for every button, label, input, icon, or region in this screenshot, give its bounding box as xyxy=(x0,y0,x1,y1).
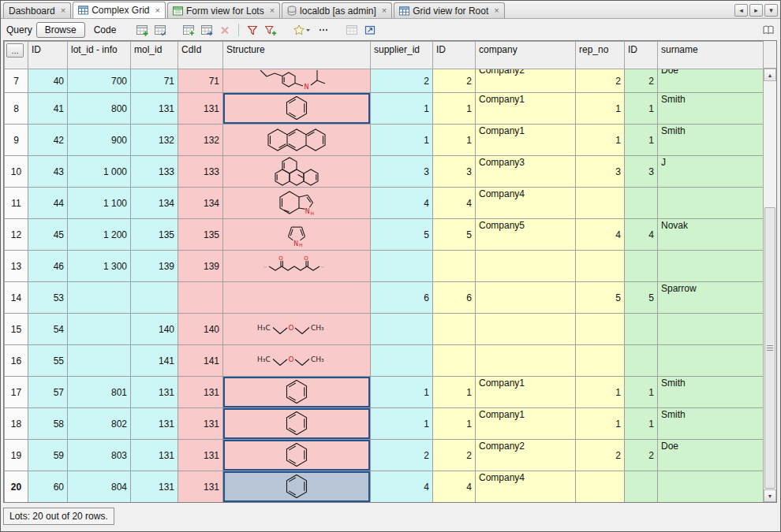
scrollbar-track[interactable] xyxy=(764,81,776,489)
cell-lot_id[interactable]: 1 100 xyxy=(68,188,131,219)
cell-company[interactable]: Company2 xyxy=(476,69,576,93)
cell-surname[interactable]: Smith xyxy=(658,408,764,440)
row-header[interactable]: 14 xyxy=(5,282,28,314)
cell-lot_id[interactable]: 1 300 xyxy=(68,251,131,282)
cell-surname[interactable]: Smith xyxy=(658,377,764,408)
tab-localdb-as-admin[interactable]: localdb [as admin]× xyxy=(282,2,392,18)
cell-surname[interactable] xyxy=(658,251,764,282)
cell-id3[interactable]: 3 xyxy=(625,156,658,188)
cell-rep_no[interactable] xyxy=(576,251,625,282)
cell-company[interactable]: Company1 xyxy=(476,93,576,125)
cell-id2[interactable]: 1 xyxy=(433,377,476,408)
cell-id1[interactable]: 54 xyxy=(28,314,68,345)
cell-structure[interactable] xyxy=(223,408,371,440)
cell-lot_id[interactable]: 1 200 xyxy=(68,219,131,251)
cell-rep_no[interactable]: 1 xyxy=(576,408,625,440)
corner-options-button[interactable]: ... xyxy=(6,43,24,58)
cell-id3[interactable]: 5 xyxy=(625,282,658,314)
cell-cdid[interactable] xyxy=(178,282,223,314)
cell-rep_no[interactable]: 3 xyxy=(576,156,625,188)
tab-list-button[interactable]: ▾ xyxy=(764,4,778,17)
move-rows-icon[interactable] xyxy=(199,22,215,38)
column-header-id3[interactable]: ID xyxy=(625,42,658,69)
row-header[interactable]: 8 xyxy=(5,93,28,125)
cell-surname[interactable]: Sparrow xyxy=(658,282,764,314)
cell-mol_id[interactable]: 131 xyxy=(131,471,178,503)
row-header[interactable]: 20 xyxy=(5,471,28,503)
cell-surname[interactable] xyxy=(658,471,764,503)
cell-supplier_id[interactable]: 1 xyxy=(371,377,433,408)
cell-surname[interactable]: Doe xyxy=(658,69,764,93)
cell-rep_no[interactable]: 1 xyxy=(576,125,625,156)
fit-to-screen-icon[interactable] xyxy=(362,22,378,38)
cell-rep_no[interactable] xyxy=(576,345,625,377)
cell-lot_id[interactable] xyxy=(68,314,131,345)
cell-id1[interactable]: 44 xyxy=(28,188,68,219)
cell-lot_id[interactable] xyxy=(68,345,131,377)
cell-cdid[interactable]: 131 xyxy=(178,471,223,503)
tab-complex-grid[interactable]: Complex Grid× xyxy=(73,2,166,18)
cell-cdid[interactable]: 140 xyxy=(178,314,223,345)
column-header-lot_id[interactable]: lot_id - info xyxy=(68,42,131,69)
cell-structure[interactable] xyxy=(223,282,371,314)
cell-structure[interactable] xyxy=(223,93,371,125)
column-header-structure[interactable]: Structure xyxy=(223,42,371,69)
cell-lot_id[interactable]: 1 000 xyxy=(68,156,131,188)
cell-id1[interactable]: 58 xyxy=(28,408,68,440)
cell-lot_id[interactable]: 800 xyxy=(68,93,131,125)
cell-mol_id[interactable]: 133 xyxy=(131,156,178,188)
cell-company[interactable]: Company3 xyxy=(476,156,576,188)
more-options-icon[interactable] xyxy=(316,22,331,38)
cell-id1[interactable]: 55 xyxy=(28,345,68,377)
cell-structure[interactable]: H₃COCH₃ xyxy=(223,314,371,345)
cell-id3[interactable] xyxy=(625,188,658,219)
cell-id2[interactable] xyxy=(433,314,476,345)
cell-rep_no[interactable]: 4 xyxy=(576,219,625,251)
cell-lot_id[interactable]: 801 xyxy=(68,377,131,408)
cell-company[interactable]: Company4 xyxy=(476,188,576,219)
cell-surname[interactable]: Smith xyxy=(658,93,764,125)
cell-structure[interactable] xyxy=(223,156,371,188)
cell-rep_no[interactable]: 5 xyxy=(576,282,625,314)
cell-structure[interactable] xyxy=(223,377,371,408)
grid-views-icon[interactable] xyxy=(152,22,168,38)
cell-rep_no[interactable]: 2 xyxy=(576,440,625,471)
cell-id1[interactable]: 46 xyxy=(28,251,68,282)
column-header-id1[interactable]: ID xyxy=(28,42,68,69)
cell-supplier_id[interactable]: 1 xyxy=(371,93,433,125)
tab-scroll-right-button[interactable]: ▸ xyxy=(749,4,763,17)
cell-mol_id[interactable]: 134 xyxy=(131,188,178,219)
cell-structure[interactable]: OO···· xyxy=(223,251,371,282)
row-header[interactable]: 12 xyxy=(5,219,28,251)
cell-id3[interactable]: 2 xyxy=(625,69,658,93)
cell-mol_id[interactable]: 131 xyxy=(131,377,178,408)
cell-surname[interactable] xyxy=(658,314,764,345)
browse-button[interactable]: Browse xyxy=(36,22,85,38)
cell-id2[interactable]: 1 xyxy=(433,408,476,440)
cell-mol_id[interactable]: 139 xyxy=(131,251,178,282)
cell-company[interactable]: Company1 xyxy=(476,377,576,408)
cell-id3[interactable]: 1 xyxy=(625,408,658,440)
cell-mol_id[interactable]: 141 xyxy=(131,345,178,377)
tab-close-icon[interactable]: × xyxy=(382,6,387,15)
cell-cdid[interactable]: 131 xyxy=(178,440,223,471)
cell-mol_id[interactable]: 140 xyxy=(131,314,178,345)
column-header-rep_no[interactable]: rep_no xyxy=(576,42,625,69)
cell-cdid[interactable]: 131 xyxy=(178,93,223,125)
cell-company[interactable] xyxy=(476,282,576,314)
row-header[interactable]: 7 xyxy=(5,69,28,93)
cell-company[interactable]: Company1 xyxy=(476,408,576,440)
tab-dashboard[interactable]: Dashboard× xyxy=(3,2,71,18)
cell-surname[interactable]: Smith xyxy=(658,125,764,156)
cell-cdid[interactable]: 131 xyxy=(178,408,223,440)
grid-compact-icon[interactable] xyxy=(344,22,360,38)
cell-company[interactable]: Company5 xyxy=(476,219,576,251)
tab-close-icon[interactable]: × xyxy=(155,6,160,15)
cell-mol_id[interactable] xyxy=(131,282,178,314)
cell-rep_no[interactable] xyxy=(576,471,625,503)
cell-id1[interactable]: 41 xyxy=(28,93,68,125)
row-header[interactable]: 9 xyxy=(5,125,28,156)
cell-id1[interactable]: 57 xyxy=(28,377,68,408)
cell-id2[interactable]: 1 xyxy=(433,93,476,125)
cell-id3[interactable]: 1 xyxy=(625,377,658,408)
